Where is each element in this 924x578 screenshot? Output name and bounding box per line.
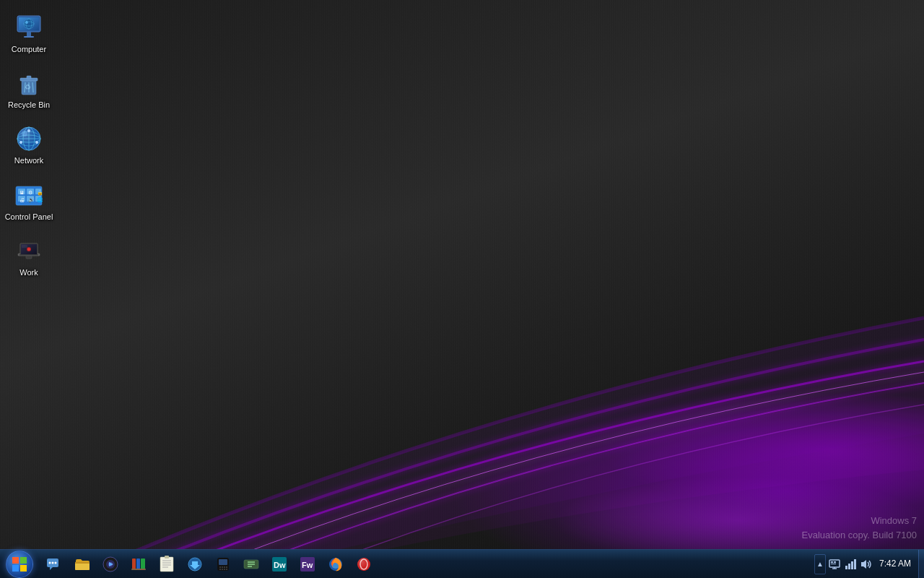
opera-icon <box>355 556 372 573</box>
svg-text:🔊: 🔊 <box>28 197 35 203</box>
taskbar-icon-opera[interactable] <box>350 551 378 577</box>
taskbar-icon-speech[interactable] <box>40 551 68 577</box>
taskbar-icon-media[interactable] <box>97 551 124 577</box>
svg-rect-49 <box>12 557 19 564</box>
tray-action-center-icon[interactable] <box>827 554 842 574</box>
taskbar: Dw Fw <box>0 549 924 578</box>
svg-rect-68 <box>131 569 146 570</box>
svg-text:Fw: Fw <box>302 561 313 569</box>
explorer-icon <box>74 556 91 573</box>
svg-rect-3 <box>27 32 31 36</box>
clock-area[interactable]: 7:42 AM <box>875 550 915 579</box>
windows-watermark: Windows 7 Evaluation copy. Build 7100 <box>802 514 917 542</box>
svg-rect-105 <box>845 566 847 569</box>
svg-text:🖥: 🖥 <box>19 190 25 195</box>
svg-point-82 <box>219 569 221 570</box>
recycle-bin-label: Recycle Bin <box>8 100 50 110</box>
control-panel-icon: 🖥 ⚙ 🔒 🖨 🔊 🌐 <box>14 181 43 210</box>
svg-text:⚙: ⚙ <box>28 190 32 195</box>
svg-marker-54 <box>50 567 53 570</box>
start-button[interactable] <box>0 550 39 579</box>
svg-rect-106 <box>848 564 850 569</box>
svg-rect-74 <box>165 556 169 558</box>
clock-time: 7:42 AM <box>879 558 911 569</box>
dreamweaver-icon: Dw <box>271 556 288 573</box>
svg-rect-50 <box>20 557 27 564</box>
svg-point-98 <box>357 558 370 571</box>
svg-rect-104 <box>831 564 836 564</box>
desktop-icons-container: Computer ♻ Recy <box>0 7 58 286</box>
svg-text:🌐: 🌐 <box>37 197 43 203</box>
svg-rect-45 <box>26 256 32 259</box>
system-tray: ▲ <box>811 550 918 579</box>
network-label: Network <box>14 156 43 165</box>
svg-point-57 <box>55 561 57 564</box>
library-icon <box>130 556 147 573</box>
svg-rect-77 <box>219 559 227 565</box>
blackberry-icon <box>214 556 232 573</box>
watermark-line1: Windows 7 <box>802 514 917 528</box>
svg-point-79 <box>222 566 223 568</box>
tool2-icon <box>243 556 260 573</box>
svg-point-81 <box>226 566 227 568</box>
taskbar-icon-tool1[interactable] <box>181 551 209 577</box>
svg-point-55 <box>49 561 51 564</box>
svg-text:🔒: 🔒 <box>37 189 43 196</box>
computer-icon <box>14 13 43 42</box>
watermark-line2: Evaluation copy. Build 7100 <box>802 528 917 543</box>
svg-point-8 <box>25 21 28 24</box>
svg-rect-14 <box>27 76 31 79</box>
svg-point-85 <box>226 569 227 570</box>
taskbar-icon-notepad[interactable] <box>153 551 180 577</box>
media-player-icon <box>102 556 119 573</box>
fw-icon: Fw <box>299 556 316 573</box>
svg-marker-109 <box>861 560 866 569</box>
svg-text:♻: ♻ <box>25 83 31 91</box>
start-orb <box>6 551 33 578</box>
tray-network-icon[interactable] <box>843 554 858 574</box>
tool1-icon <box>186 556 204 573</box>
svg-point-84 <box>224 569 225 570</box>
desktop-icon-work[interactable]: Work <box>0 230 58 283</box>
svg-rect-66 <box>136 558 140 570</box>
work-label: Work <box>19 268 38 277</box>
taskbar-icon-fw[interactable]: Fw <box>294 551 321 577</box>
taskbar-icon-firefox[interactable] <box>322 551 349 577</box>
notepad-icon <box>158 556 175 573</box>
control-panel-label: Control Panel <box>5 212 53 222</box>
desktop-icon-recycle-bin[interactable]: ♻ Recycle Bin <box>0 63 58 116</box>
taskbar-icon-library[interactable] <box>125 551 152 577</box>
svg-point-83 <box>222 569 223 570</box>
svg-rect-102 <box>831 561 833 563</box>
desktop-icon-network[interactable]: Network <box>0 118 58 171</box>
taskbar-icon-dreamweaver[interactable]: Dw <box>266 551 293 577</box>
show-desktop-button[interactable] <box>918 550 924 579</box>
svg-point-80 <box>224 566 225 568</box>
svg-rect-69 <box>160 557 173 571</box>
svg-point-5 <box>24 19 34 29</box>
tray-expand-button[interactable]: ▲ <box>814 554 826 574</box>
svg-rect-44 <box>19 254 38 256</box>
svg-rect-46 <box>22 245 27 248</box>
svg-rect-107 <box>851 561 853 569</box>
taskbar-icon-tool2[interactable] <box>237 551 265 577</box>
desktop-icon-control-panel[interactable]: 🖥 ⚙ 🔒 🖨 🔊 🌐 Control Panel <box>0 175 58 228</box>
taskbar-program-icons: Dw Fw <box>39 550 811 579</box>
tray-volume-icon[interactable] <box>859 554 873 574</box>
svg-point-24 <box>27 129 30 132</box>
speech-icon <box>45 556 63 573</box>
windows-logo-icon <box>12 556 27 572</box>
taskbar-icon-blackberry[interactable] <box>209 551 237 577</box>
svg-point-26 <box>35 141 38 144</box>
svg-rect-4 <box>24 36 34 38</box>
svg-line-12 <box>32 82 33 92</box>
svg-point-25 <box>19 141 22 144</box>
computer-label: Computer <box>12 45 46 54</box>
network-bars-icon <box>845 558 856 570</box>
volume-icon <box>860 558 872 570</box>
svg-point-56 <box>52 561 54 564</box>
recycle-bin-icon: ♻ <box>14 69 43 98</box>
svg-point-48 <box>27 248 30 251</box>
taskbar-icon-explorer[interactable] <box>69 551 96 577</box>
desktop-icon-computer[interactable]: Computer <box>0 7 58 60</box>
